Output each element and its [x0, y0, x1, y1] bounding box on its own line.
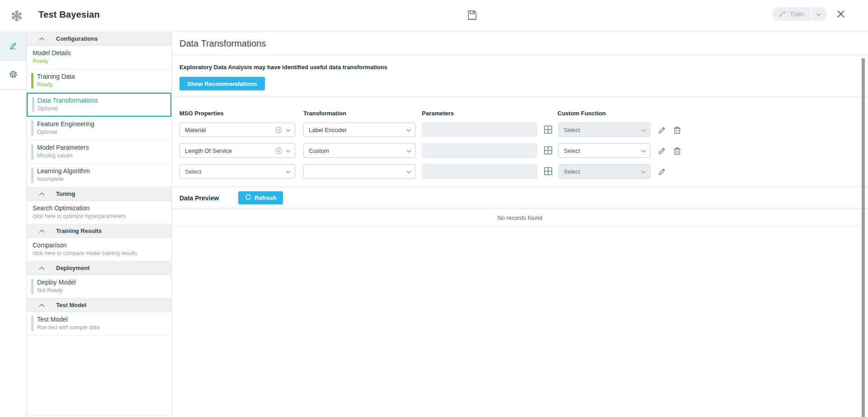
column-header-mso-properties: MSO Properties [179, 110, 303, 117]
property-select[interactable]: Material [179, 123, 295, 137]
parameters-grid-icon[interactable] [543, 125, 553, 135]
status-text: Run test with sample data [37, 324, 166, 331]
eda-section: Exploratory Data Analysis may have ident… [172, 55, 868, 97]
main-title: Data Transformations [179, 38, 266, 49]
parameters-input[interactable] [422, 164, 537, 179]
sidebar-item-model-details[interactable]: Model Details Ready [27, 46, 171, 69]
chevron-up-icon [39, 266, 45, 270]
section-header-tuning[interactable]: Tuning [27, 187, 171, 201]
delete-trash-icon[interactable] [672, 145, 683, 156]
chevron-down-icon [641, 147, 646, 154]
status-text: Ready [37, 81, 166, 88]
column-header-transformation: Transformation [303, 110, 422, 117]
sidebar-item-comparison[interactable]: Comparison click here to compare model t… [27, 238, 171, 261]
parameters-grid-icon[interactable] [543, 146, 553, 156]
clear-x-circle-icon[interactable] [275, 147, 282, 154]
chevron-down-icon [286, 127, 291, 133]
left-icon-rail [0, 32, 27, 417]
sidebar-item-feature-engineering[interactable]: Feature Engineering Optional [27, 117, 171, 140]
status-bar [32, 97, 34, 112]
chevron-down-icon [641, 127, 646, 133]
edit-pencil-icon[interactable] [656, 124, 667, 135]
sidebar-item-deploy-model[interactable]: Deploy Model Not Ready [27, 275, 171, 299]
property-select[interactable]: Select [179, 164, 295, 179]
status-text: click here to optimize hyperparameters [33, 213, 166, 219]
model-network-icon [11, 10, 23, 24]
status-text: Optional [37, 129, 166, 135]
train-options-caret[interactable] [812, 7, 827, 21]
property-select[interactable]: Length Of Service [179, 143, 295, 158]
status-bar [31, 120, 33, 136]
train-button-label: Train [790, 10, 804, 18]
sidebar-item-test-model[interactable]: Test Model Run test with sample data [27, 312, 171, 336]
sidebar-item-search-optimization[interactable]: Search Optimization click here to optimi… [27, 201, 171, 224]
empty-results-row: No records found [172, 209, 868, 227]
clear-x-circle-icon[interactable] [275, 127, 282, 133]
sidebar-item-learning-algorithm[interactable]: Learning Algorithm Incomplete [27, 164, 171, 187]
parameters-input[interactable] [422, 123, 537, 137]
chevron-down-icon [406, 127, 411, 133]
sidebar-item-data-transformations[interactable]: Data Transformations Optional [27, 93, 171, 117]
chevron-up-icon [39, 229, 45, 233]
table-row: Length Of Service Custom [179, 143, 868, 158]
status-bar [31, 144, 33, 160]
custom-function-select[interactable]: Select [558, 123, 651, 137]
show-recommendations-button[interactable]: Show Recommendations [179, 77, 265, 90]
chevron-up-icon [39, 37, 45, 41]
refresh-button[interactable]: Refresh [238, 191, 283, 204]
custom-function-select[interactable]: Select [558, 143, 651, 158]
refresh-icon [245, 194, 251, 202]
table-row: Select Select [179, 164, 868, 179]
chevron-down-icon [816, 11, 821, 18]
status-bar [31, 73, 33, 89]
chevron-up-icon [39, 303, 45, 307]
chevron-down-icon [286, 147, 291, 154]
main-title-row: Data Transformations [172, 32, 868, 55]
edit-pencil-icon[interactable] [656, 166, 667, 177]
section-header-test-model[interactable]: Test Model [27, 299, 171, 312]
sidebar-item-model-parameters[interactable]: Model Parameters Missing values [27, 140, 171, 164]
status-bar [31, 279, 33, 294]
column-header-parameters: Parameters [422, 110, 557, 117]
chevron-down-icon [406, 168, 411, 175]
status-text: Missing values [37, 152, 166, 159]
parameters-input[interactable] [422, 143, 537, 158]
column-header-custom-function: Custom Function [557, 110, 606, 117]
top-header: Test Bayesian Train [0, 0, 868, 32]
transformation-select[interactable] [303, 164, 416, 179]
section-header-training-results[interactable]: Training Results [27, 224, 171, 238]
rail-tab-settings[interactable] [0, 61, 26, 90]
edit-pencil-icon [8, 41, 18, 52]
status-text: Ready [33, 58, 166, 64]
gear-icon [9, 70, 18, 81]
edit-pencil-icon[interactable] [656, 145, 667, 156]
status-text: Not Ready [37, 287, 166, 294]
delete-trash-icon[interactable] [672, 124, 683, 135]
save-button[interactable] [465, 9, 479, 23]
status-text: click here to compare model training res… [33, 250, 166, 256]
steps-sidebar: Configurations Model Details Ready Train… [27, 32, 172, 416]
transformations-table: MSO Properties Transformation Parameters… [172, 97, 868, 187]
status-text: Optional [38, 105, 165, 112]
table-row: Material Label Encoder [179, 123, 868, 137]
section-header-deployment[interactable]: Deployment [27, 261, 171, 275]
section-header-configurations[interactable]: Configurations [27, 32, 171, 46]
no-records-text: No records found [497, 214, 542, 221]
train-split-button: Train [772, 7, 827, 21]
transformation-select[interactable]: Custom [303, 143, 416, 158]
rail-tab-edit[interactable] [0, 32, 26, 61]
vertical-scrollbar[interactable] [862, 58, 865, 417]
table-header-row: MSO Properties Transformation Parameters… [179, 110, 868, 117]
parameters-grid-icon[interactable] [543, 166, 553, 176]
transformation-select[interactable]: Label Encoder [303, 123, 416, 137]
data-preview-label: Data Preview [179, 194, 231, 202]
custom-function-select[interactable]: Select [558, 164, 651, 179]
status-text: Incomplete [37, 176, 166, 182]
chevron-down-icon [641, 168, 646, 175]
status-bar [31, 167, 33, 183]
close-button[interactable] [835, 8, 847, 21]
train-run-icon [779, 10, 786, 19]
main-content: Data Transformations Exploratory Data An… [172, 32, 868, 417]
train-button[interactable]: Train [772, 7, 811, 21]
sidebar-item-training-data[interactable]: Training Data Ready [27, 69, 171, 93]
